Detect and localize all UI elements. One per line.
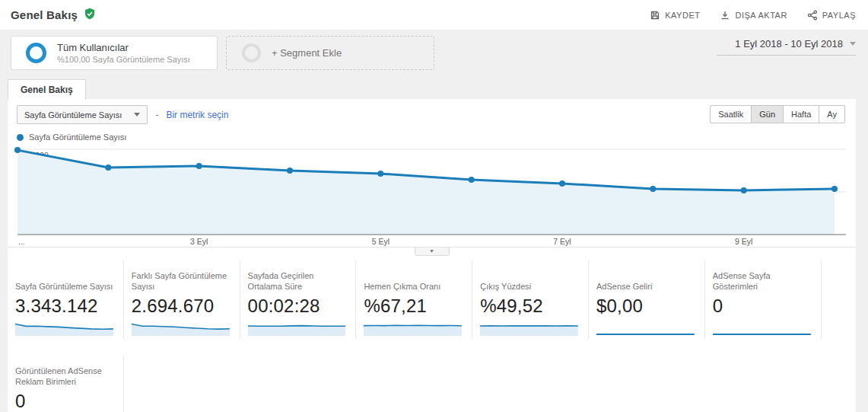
date-range-picker[interactable]: 1 Eyl 2018 - 10 Eyl 2018 — [717, 38, 856, 56]
metric-dropdown[interactable]: Sayfa Görüntüleme Sayısı — [17, 105, 148, 124]
tab-genel-bakis[interactable]: Genel Bakış — [8, 79, 86, 100]
metric-card: Sayfada Geçirilen Ortalama Süre00:02:28 — [240, 260, 357, 339]
granularity-toggle: SaatlikGünHaftaAy — [710, 105, 845, 123]
pick-metric-link[interactable]: Bir metrik seçin — [166, 110, 228, 120]
collapse-chart-handle[interactable]: ▼ — [415, 248, 450, 256]
chart-legend: Sayfa Görüntüleme Sayısı — [17, 133, 126, 142]
dash-separator: - — [155, 110, 158, 120]
metric-card: AdSense Geliri$0,00 — [589, 260, 705, 339]
metric-card: AdSense Sayfa Gösterimleri0 — [705, 260, 822, 339]
metric-card: Farklı Sayfa Görüntüleme Sayısı2.694.670 — [124, 260, 240, 339]
sparkline — [248, 322, 346, 336]
metric-card-label: Sayfada Geçirilen Ortalama Süre — [248, 270, 346, 292]
metric-card: Sayfa Görüntüleme Sayısı3.343.142 — [8, 260, 124, 339]
metric-card: Görüntülenen AdSense Reklam Birimleri0 — [8, 356, 124, 412]
metric-card-value: 0 — [713, 295, 811, 317]
granularity-gun[interactable]: Gün — [751, 105, 784, 123]
legend-label: Sayfa Görüntüleme Sayısı — [29, 133, 126, 142]
sparkline — [15, 322, 113, 336]
metric-cards: Sayfa Görüntüleme Sayısı3.343.142Farklı … — [8, 260, 856, 412]
export-button[interactable]: DIŞA AKTAR — [720, 10, 787, 21]
chevron-down-icon — [850, 42, 856, 46]
metric-card-value: 3.343.142 — [15, 295, 113, 317]
save-button[interactable]: KAYDET — [650, 10, 700, 21]
metric-card-label: Çıkış Yüzdesi — [480, 270, 578, 292]
metric-card-label: Görüntülenen AdSense Reklam Birimleri — [15, 365, 113, 388]
add-segment-button[interactable]: + Segment Ekle — [226, 36, 434, 70]
sparkline — [713, 322, 811, 336]
report-panel: Sayfa Görüntüleme Sayısı - Bir metrik se… — [8, 99, 856, 412]
segment-title: Tüm Kullanıcılar — [57, 42, 190, 53]
sparkline — [132, 322, 230, 336]
metric-card-value: 0 — [15, 391, 113, 412]
metric-card-value: 00:02:28 — [248, 295, 346, 317]
segment-donut-icon — [26, 43, 46, 63]
metric-card-value: %67,21 — [364, 295, 462, 317]
metric-card-label: AdSense Geliri — [596, 270, 695, 292]
metric-card: Çıkış Yüzdesi%49,52 — [472, 260, 589, 339]
metric-card-value: $0,00 — [596, 295, 695, 317]
metric-card-label: AdSense Sayfa Gösterimleri — [713, 270, 811, 292]
legend-dot-icon — [17, 134, 24, 141]
header-actions: KAYDETDIŞA AKTARPAYLAŞ — [650, 10, 856, 21]
analytics-overview-screen: Genel Bakış KAYDETDIŞA AKTARPAYLAŞ Tüm K… — [0, 0, 868, 412]
sparkline — [480, 322, 578, 336]
metric-card-label: Sayfa Görüntüleme Sayısı — [15, 270, 113, 292]
segment-subtitle: %100,00 Sayfa Görüntüleme Sayısı — [57, 55, 190, 64]
pageviews-line-chart[interactable]: 500.000250.000...3 Eyl5 Eyl7 Eyl9 Eyl — [8, 143, 856, 247]
add-segment-label: + Segment Ekle — [272, 47, 342, 59]
metric-dropdown-value: Sayfa Görüntüleme Sayısı — [24, 110, 122, 120]
segment-all-users[interactable]: Tüm Kullanıcılar %100,00 Sayfa Görüntüle… — [11, 36, 218, 70]
empty-donut-icon — [242, 43, 261, 62]
sparkline — [596, 322, 695, 336]
svg-text:7 Eyl: 7 Eyl — [553, 237, 571, 246]
metric-card-value: %49,52 — [480, 295, 578, 317]
save-icon — [650, 10, 660, 21]
date-range-text: 1 Eyl 2018 - 10 Eyl 2018 — [735, 38, 843, 50]
granularity-hafta[interactable]: Hafta — [783, 105, 819, 123]
metric-card-label: Hemen Çıkma Oranı — [364, 270, 462, 292]
svg-text:...: ... — [18, 237, 25, 246]
svg-text:9 Eyl: 9 Eyl — [735, 237, 752, 246]
granularity-saatlik[interactable]: Saatlik — [710, 105, 752, 123]
export-icon — [720, 10, 730, 21]
metric-card-value: 2.694.670 — [132, 295, 230, 317]
metric-card: Hemen Çıkma Oranı%67,21 — [356, 260, 472, 339]
share-button[interactable]: PAYLAŞ — [807, 10, 856, 21]
app-header: Genel Bakış KAYDETDIŞA AKTARPAYLAŞ — [0, 0, 868, 30]
page-title: Genel Bakış — [11, 8, 78, 21]
metric-card-label: Farklı Sayfa Görüntüleme Sayısı — [132, 270, 230, 292]
verified-shield-icon — [84, 8, 96, 23]
svg-text:3 Eyl: 3 Eyl — [190, 237, 208, 246]
chevron-down-icon — [134, 113, 140, 117]
sparkline — [364, 322, 462, 336]
svg-text:5 Eyl: 5 Eyl — [372, 237, 389, 246]
granularity-ay[interactable]: Ay — [819, 105, 845, 123]
share-icon — [807, 10, 818, 21]
